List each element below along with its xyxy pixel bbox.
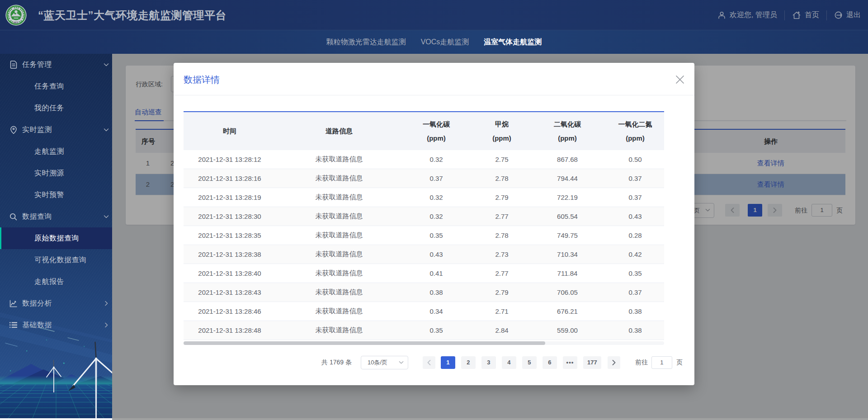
table-cell: 0.41 bbox=[402, 264, 470, 283]
table-row-3: 2021-12-31 13:28:30未获取道路信息0.322.77605.54… bbox=[184, 207, 664, 226]
logo-text: MEE bbox=[14, 21, 19, 24]
large-wind-turbine bbox=[68, 342, 112, 418]
scrollbar-thumb[interactable] bbox=[184, 341, 545, 345]
table-header-cell-4: 二氧化碳(ppm) bbox=[533, 112, 601, 150]
sidebar-item-1[interactable]: 实时监测 bbox=[0, 119, 112, 141]
header-line1: 一氧化二氮 bbox=[618, 119, 652, 129]
sidebar-subitem-label: 任务查询 bbox=[34, 82, 64, 91]
dialog-title: 数据详情 bbox=[184, 74, 220, 85]
page-button-2[interactable]: 2 bbox=[461, 356, 476, 369]
sidebar-subitem-label: 走航监测 bbox=[34, 147, 64, 156]
table-cell: 未获取道路信息 bbox=[276, 283, 402, 302]
table-row-6: 2021-12-31 13:28:40未获取道路信息0.412.77711.84… bbox=[184, 264, 664, 283]
sidebar-subitem-2-2[interactable]: 走航报告 bbox=[0, 271, 112, 293]
page-button-3[interactable]: 3 bbox=[481, 356, 496, 369]
total-count-label: 共 1769 条 bbox=[321, 359, 352, 367]
page-button-1[interactable]: 1 bbox=[441, 356, 455, 369]
sidebar-subitem-2-1[interactable]: 可视化数据查询 bbox=[0, 249, 112, 271]
table-cell: 未获取道路信息 bbox=[276, 264, 402, 283]
page-button-5[interactable]: 5 bbox=[522, 356, 537, 369]
sidebar-subitem-0-0[interactable]: 任务查询 bbox=[0, 76, 112, 97]
sidebar-subitem-label: 走航报告 bbox=[34, 277, 64, 287]
sidebar-item-label: 数据分析 bbox=[22, 299, 52, 308]
app-header: MEE “蓝天卫士”大气环境走航监测管理平台 欢迎您, 管理员 首页 bbox=[0, 0, 868, 30]
sidebar-subitem-label: 可视化数据查询 bbox=[34, 255, 87, 265]
header-line1: 二氧化碳 bbox=[554, 119, 581, 129]
table-cell: 2.79 bbox=[470, 188, 533, 207]
sidebar-subitem-label: 实时预警 bbox=[34, 190, 64, 200]
chevron-down-icon bbox=[103, 127, 109, 133]
table-cell: 2021-12-31 13:28:38 bbox=[184, 245, 276, 264]
chevron-right-icon bbox=[612, 360, 616, 365]
table-cell: 0.32 bbox=[402, 188, 470, 207]
grid-floor bbox=[0, 384, 112, 418]
table-cell: 未获取道路信息 bbox=[276, 188, 402, 207]
sidebar-subitem-1-0[interactable]: 走航监测 bbox=[0, 141, 112, 162]
table-header-cell-0: 时间 bbox=[184, 112, 276, 150]
table-body: 2021-12-31 13:28:12未获取道路信息0.322.75867.68… bbox=[184, 150, 664, 340]
table-cell: 559.00 bbox=[533, 321, 601, 340]
table-horizontal-scrollbar[interactable] bbox=[184, 341, 664, 345]
header-line1: 一氧化碳 bbox=[423, 119, 450, 129]
dialog-header-divider bbox=[174, 95, 694, 95]
user-icon bbox=[717, 11, 726, 19]
page-bottom-strip-left bbox=[0, 418, 112, 420]
sidebar-subitem-1-2[interactable]: 实时预警 bbox=[0, 184, 112, 206]
nav-tab-1[interactable]: VOCs走航监测 bbox=[421, 30, 469, 54]
header-line1: 时间 bbox=[223, 126, 236, 136]
sidebar-item-2[interactable]: 数据查询 bbox=[0, 206, 112, 227]
prev-page-button[interactable] bbox=[423, 356, 435, 369]
table-cell: 未获取道路信息 bbox=[276, 226, 402, 245]
nav-tab-0[interactable]: 颗粒物激光雷达走航监测 bbox=[326, 30, 406, 54]
table-cell: 未获取道路信息 bbox=[276, 245, 402, 264]
table-cell: 0.37 bbox=[601, 283, 664, 302]
table-cell: 867.68 bbox=[533, 150, 601, 169]
more-pages-button[interactable]: ••• bbox=[563, 356, 577, 369]
page-size-select[interactable]: 10条/页 bbox=[361, 356, 408, 369]
table-cell: 2021-12-31 13:28:46 bbox=[184, 302, 276, 321]
sidebar-subitem-label: 我的任务 bbox=[34, 104, 64, 113]
home-label: 首页 bbox=[805, 10, 819, 20]
table-cell: 2021-12-31 13:28:19 bbox=[184, 188, 276, 207]
nav-tab-2[interactable]: 温室气体走航监测 bbox=[484, 30, 542, 54]
table-cell: 2.77 bbox=[470, 264, 533, 283]
header-divider bbox=[784, 10, 785, 20]
data-details-dialog: 数据详情 时间道路信息一氧化碳(ppm)甲烷(ppm)二氧化碳(ppm)一氧化二… bbox=[174, 63, 694, 385]
chevron-left-icon bbox=[427, 360, 431, 365]
page-button-6[interactable]: 6 bbox=[542, 356, 557, 369]
table-header-row: 时间道路信息一氧化碳(ppm)甲烷(ppm)二氧化碳(ppm)一氧化二氮(ppm… bbox=[184, 112, 664, 150]
table-cell: 0.34 bbox=[402, 302, 470, 321]
sidebar-item-4[interactable]: 基础数据 bbox=[0, 314, 112, 336]
table-row-0: 2021-12-31 13:28:12未获取道路信息0.322.75867.68… bbox=[184, 150, 664, 169]
table-row-7: 2021-12-31 13:28:43未获取道路信息0.382.79706.05… bbox=[184, 283, 664, 302]
table-cell: 0.38 bbox=[402, 283, 470, 302]
glow-dots bbox=[10, 340, 85, 371]
table-cell: 706.05 bbox=[533, 283, 601, 302]
page-title: “蓝天卫士”大气环境走航监测管理平台 bbox=[38, 9, 226, 22]
page-jump-input[interactable]: 1 bbox=[651, 356, 672, 369]
table-cell: 2021-12-31 13:28:43 bbox=[184, 283, 276, 302]
goto-label: 前往 bbox=[635, 359, 648, 367]
table-cell: 0.43 bbox=[402, 245, 470, 264]
sidebar-item-0[interactable]: 任务管理 bbox=[0, 54, 112, 76]
home-button[interactable]: 首页 bbox=[792, 10, 819, 20]
sidebar-subitem-label: 原始数据查询 bbox=[34, 234, 79, 243]
line-chart-icon bbox=[9, 299, 17, 307]
logout-label: 退出 bbox=[846, 10, 861, 20]
logout-button[interactable]: 退出 bbox=[834, 10, 861, 20]
logout-icon bbox=[834, 11, 843, 19]
small-wind-turbine bbox=[47, 360, 61, 392]
detail-table: 时间道路信息一氧化碳(ppm)甲烷(ppm)二氧化碳(ppm)一氧化二氮(ppm… bbox=[184, 111, 664, 340]
table-cell: 2.78 bbox=[470, 226, 533, 245]
page-button-4[interactable]: 4 bbox=[502, 356, 516, 369]
header-line1: 道路信息 bbox=[326, 126, 353, 136]
page-button-177[interactable]: 177 bbox=[583, 356, 601, 369]
sidebar-item-3[interactable]: 数据分析 bbox=[0, 293, 112, 314]
sidebar-subitem-0-1[interactable]: 我的任务 bbox=[0, 97, 112, 119]
close-icon[interactable] bbox=[675, 75, 685, 85]
sidebar-subitem-2-0[interactable]: 原始数据查询 bbox=[0, 227, 112, 249]
next-page-button[interactable] bbox=[608, 356, 620, 369]
page-buttons: 123456•••177 bbox=[441, 356, 607, 369]
table-header-cell-2: 一氧化碳(ppm) bbox=[402, 112, 470, 150]
sidebar-subitem-1-1[interactable]: 实时溯源 bbox=[0, 162, 112, 184]
